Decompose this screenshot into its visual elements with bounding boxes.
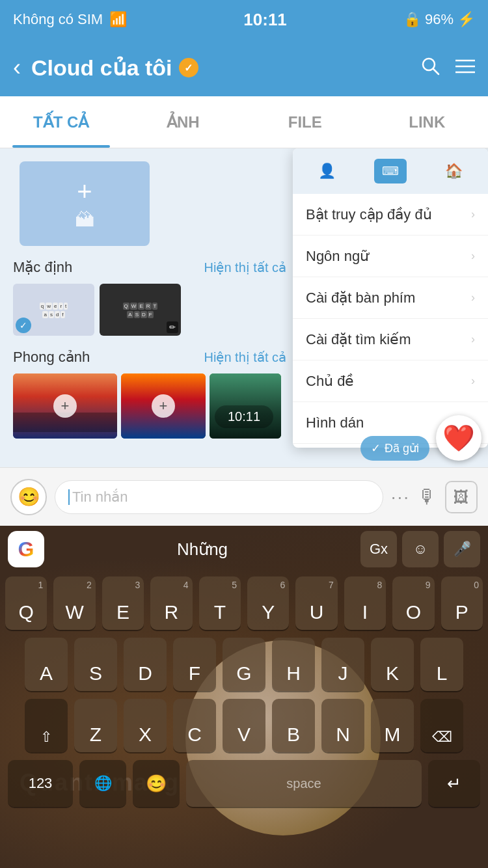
key-row-bottom: 123 🌐 😊 space ↵ [0,756,488,811]
sticker-icon[interactable]: ☺ [402,531,439,567]
text-cursor [68,489,70,505]
translate-icon[interactable]: Gx [360,531,397,567]
photo-add-btn-2[interactable]: + [152,394,175,418]
photo-add-btn-1[interactable]: + [53,394,77,418]
key-f[interactable]: F [173,638,216,691]
message-input[interactable]: Tin nhắn [55,480,383,514]
landscape-photo-2[interactable]: + [121,373,206,439]
send-button[interactable]: ✓ Đã gửi [360,436,429,461]
key-u[interactable]: 7U [295,576,337,630]
key-m[interactable]: M [371,699,414,752]
battery-pct: 96% [425,11,454,28]
mac-dinh-link[interactable]: Hiện thị tất cả [204,260,286,275]
header-icons [420,56,475,80]
menu-item-hinh-dan-label: Hình dán [306,414,364,431]
key-b[interactable]: B [272,699,315,752]
tab-bar: TẤT CẢ ẢNH FILE LINK [0,96,488,148]
panel-home-icon: 🏠 [445,163,463,180]
key-i[interactable]: 8I [344,576,386,630]
tab-tat-ca[interactable]: TẤT CẢ [0,96,122,148]
mountain-icon: 🏔 [75,209,94,231]
mac-dinh-section-header: Mặc định Hiện thị tất cả [13,259,286,276]
mic-keyboard-icon[interactable]: 🎤 [444,531,480,567]
phong-canh-link[interactable]: Hiện thị tất cả [204,349,286,365]
menu-item-chu-de[interactable]: Chủ đề › [293,360,488,402]
key-o[interactable]: 9O [392,576,434,630]
landscape-photo-1[interactable]: + [13,373,117,439]
photo-button[interactable]: 🖼 [445,481,478,513]
menu-item-bat-truy-cap[interactable]: Bật truy cập đầy đủ › [293,194,488,236]
badge-check: ✓ [184,62,193,74]
key-h[interactable]: H [272,638,315,691]
chevron-right-icon-2: › [471,249,475,263]
key-g[interactable]: G [223,638,265,691]
key-return[interactable]: ↵ [428,760,480,807]
add-image-box[interactable]: + 🏔 [20,161,150,246]
key-q[interactable]: 1Q [5,576,47,630]
tab-link[interactable]: LINK [366,96,489,148]
phong-canh-section-header: Phong cảnh Hiện thị tất cả [13,349,286,366]
key-y[interactable]: 6Y [247,576,289,630]
keyboard-toolbar: G Những Gx ☺ 🎤 [0,526,488,573]
key-e[interactable]: 3E [102,576,144,630]
key-globe[interactable]: 🌐 [79,760,126,807]
google-logo[interactable]: G [8,531,44,567]
key-s[interactable]: S [74,638,117,691]
back-button[interactable]: ‹ [13,54,21,81]
key-w[interactable]: 2W [53,576,95,630]
keyboard-area: Quantrimang G Những Gx ☺ 🎤 1Q 2W 3E 4R 5… [0,526,488,868]
keyboard-shortcut-icon: ⌨ [374,159,407,183]
header: ‹ Cloud của tôi ✓ [0,39,488,96]
edit-badge: ✏ [167,321,178,333]
panel-top-icons: 👤 ⌨ 🏠 [293,148,488,194]
key-v[interactable]: V [223,699,265,752]
key-x[interactable]: X [124,699,167,752]
emoji-icon: 😊 [18,486,40,508]
keyboard-thumb-light[interactable]: q w e r t a s d f ✓ [13,284,94,336]
key-space[interactable]: space [186,760,422,807]
key-123[interactable]: 123 [8,760,73,807]
tab-anh[interactable]: ẢNH [122,96,245,148]
menu-item-cai-dat-tim-kiem-label: Cài đặt tìm kiếm [306,331,411,348]
key-l[interactable]: L [420,638,463,691]
search-icon[interactable] [420,56,440,80]
key-a[interactable]: A [25,638,68,691]
keyboard-thumbnails: q w e r t a s d f ✓ [13,284,286,336]
send-label: Đã gửi [385,441,419,455]
key-z[interactable]: Z [74,699,117,752]
chevron-right-icon-4: › [471,332,475,346]
lock-icon: 🔒 [403,11,421,28]
key-shift[interactable]: ⇧ [25,699,68,752]
key-j[interactable]: J [321,638,364,691]
menu-icon[interactable] [455,57,475,79]
key-emoji[interactable]: 😊 [133,760,180,807]
tab-anh-label: ẢNH [167,113,200,131]
timestamp-bubble: 10:11 [215,405,273,428]
microphone-button[interactable]: 🎙 [418,486,437,508]
key-k[interactable]: K [371,638,414,691]
heart-reaction[interactable]: ❤️ [436,415,481,461]
key-r[interactable]: 4R [150,576,192,630]
header-title: Cloud của tôi ✓ [31,55,420,81]
tab-tat-ca-label: TẤT CẢ [33,113,88,131]
key-n[interactable]: N [321,699,364,752]
key-delete[interactable]: ⌫ [420,699,463,752]
menu-item-cai-dat-tim-kiem[interactable]: Cài đặt tìm kiếm › [293,319,488,360]
tab-file-label: FILE [288,113,322,131]
menu-item-chu-de-label: Chủ đề [306,373,354,390]
keyboard-suggestion[interactable]: Những [49,539,355,560]
key-t[interactable]: 5T [199,576,241,630]
tab-file[interactable]: FILE [244,96,366,148]
key-p[interactable]: 0P [441,576,483,630]
key-d[interactable]: D [124,638,167,691]
key-row-2: A S D F G H J K L [0,634,488,695]
emoji-button[interactable]: 😊 [10,479,47,515]
key-row-1: 1Q 2W 3E 4R 5T 6Y 7U 8I 9O 0P [0,573,488,634]
menu-item-ngon-ngu[interactable]: Ngôn ngữ › [293,236,488,277]
menu-item-cai-dat-ban-phim[interactable]: Cài đặt bàn phím › [293,277,488,319]
more-options-button[interactable]: ··· [391,487,410,508]
key-c[interactable]: C [173,699,216,752]
svg-line-1 [433,69,439,74]
keyboard-thumb-dark[interactable]: Q W E R T A S D F ✏ [100,284,181,336]
phong-canh-title: Phong cảnh [13,349,90,366]
